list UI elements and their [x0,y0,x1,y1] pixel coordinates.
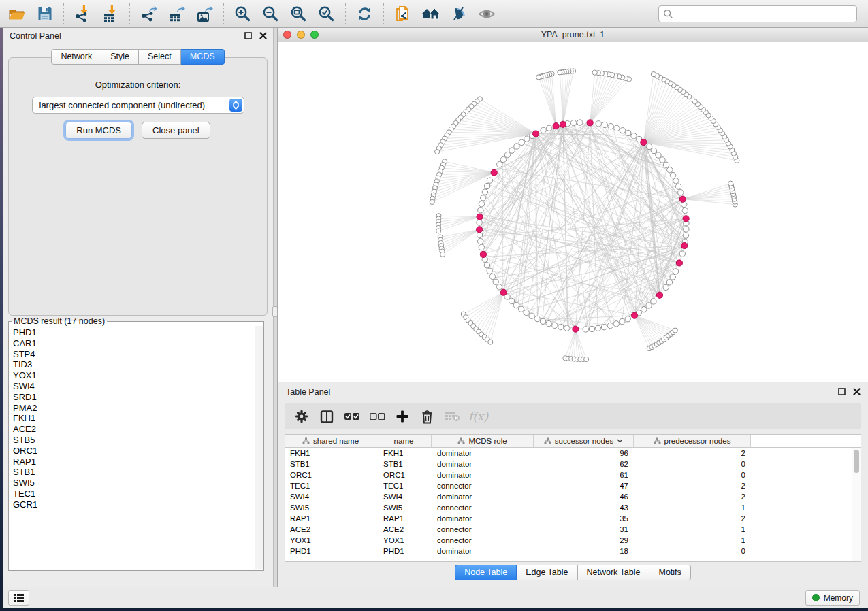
cell-mcds-role[interactable]: dominator [432,513,534,524]
column-header-shared-name[interactable]: shared name [285,435,376,448]
mcds-result-scrollbar[interactable] [255,326,263,569]
cell-name[interactable]: TEC1 [376,480,432,491]
tab-motifs[interactable]: Motifs [649,565,690,580]
cell-name[interactable]: ACE2 [376,524,432,535]
table-row[interactable]: ORC1ORC1dominator610 [285,469,852,480]
mcds-result-item[interactable]: STB1 [10,467,254,478]
cell-mcds-role[interactable]: dominator [432,546,534,557]
cell-name[interactable]: ORC1 [376,469,432,480]
mcds-result-item[interactable]: SRD1 [10,392,254,403]
cell-shared-name[interactable]: TEC1 [285,480,376,491]
cell-mcds-role[interactable]: dominator [432,448,534,459]
cell-predecessor-nodes[interactable]: 1 [634,502,751,513]
window-close-icon[interactable] [283,31,291,39]
cell-predecessor-nodes[interactable]: 0 [634,546,751,557]
zoom-out-button[interactable] [257,1,285,26]
optimization-criterion-select[interactable]: largest connected component (undirected) [32,97,244,114]
table-row[interactable]: TEC1TEC1connector472 [285,480,852,491]
cell-successor-nodes[interactable]: 61 [534,469,634,480]
cell-name[interactable]: RAP1 [376,513,432,524]
share-document-button[interactable] [389,1,417,26]
window-zoom-icon[interactable] [310,31,319,39]
import-network-button[interactable] [69,1,97,26]
delete-column-button[interactable] [415,406,440,427]
cell-predecessor-nodes[interactable]: 2 [634,448,751,459]
float-table-panel-icon[interactable] [837,387,846,396]
cell-name[interactable]: STB1 [376,459,432,469]
cell-mcds-role[interactable]: connector [432,535,534,546]
cell-shared-name[interactable]: RAP1 [285,513,376,524]
delete-table-button[interactable] [440,406,465,427]
select-all-button[interactable] [339,406,364,427]
export-table-button[interactable] [163,1,191,26]
mcds-result-item[interactable]: YOX1 [10,370,254,381]
cell-mcds-role[interactable]: connector [432,524,534,535]
mcds-result-item[interactable]: PHD1 [10,327,254,338]
refresh-button[interactable] [351,1,379,26]
cell-successor-nodes[interactable]: 18 [534,546,634,557]
cell-predecessor-nodes[interactable]: 0 [634,469,751,480]
table-row[interactable]: FKH1FKH1dominator962 [285,448,852,459]
show-task-history-button[interactable] [8,590,29,606]
table-row[interactable]: RAP1RAP1dominator352 [285,513,852,524]
cell-predecessor-nodes[interactable]: 2 [634,513,751,524]
tab-select[interactable]: Select [139,49,181,65]
tab-node-table[interactable]: Node Table [455,565,517,580]
close-table-panel-icon[interactable] [852,387,861,396]
cell-mcds-role[interactable]: connector [432,502,534,513]
table-row[interactable]: STB1STB1dominator620 [285,459,852,469]
mcds-result-item[interactable]: RAP1 [10,457,254,467]
tab-mcds[interactable]: MCDS [181,49,225,65]
tab-network[interactable]: Network [51,49,101,65]
zoom-in-button[interactable] [229,1,257,26]
cell-shared-name[interactable]: SWI5 [285,502,376,513]
import-table-button[interactable] [97,1,125,26]
table-row[interactable]: PHD1PHD1dominator180 [285,546,852,557]
cell-mcds-role[interactable]: dominator [432,491,534,502]
network-home-button[interactable] [417,1,445,26]
mcds-result-item[interactable]: STB5 [10,435,254,446]
column-header-successor-nodes[interactable]: successor nodes [534,435,634,448]
export-image-button[interactable] [191,1,219,26]
zoom-fit-button[interactable] [285,1,312,26]
cell-shared-name[interactable]: SWI4 [285,491,376,502]
open-file-button[interactable] [3,1,31,26]
cell-predecessor-nodes[interactable]: 2 [634,480,751,491]
mcds-result-item[interactable]: TEC1 [10,489,254,499]
cell-mcds-role[interactable]: dominator [432,469,534,480]
cell-successor-nodes[interactable]: 96 [534,448,634,459]
mcds-result-item[interactable]: SWI4 [10,381,254,392]
run-mcds-button[interactable]: Run MCDS [65,122,132,139]
cell-shared-name[interactable]: YOX1 [285,535,376,546]
cell-successor-nodes[interactable]: 46 [534,491,634,502]
mcds-result-item[interactable]: TID3 [10,359,254,370]
zoom-selected-button[interactable] [312,1,340,26]
close-panel-icon[interactable] [259,31,268,40]
mcds-result-item[interactable]: SWI5 [10,478,254,489]
cell-successor-nodes[interactable]: 43 [534,502,634,513]
cell-successor-nodes[interactable]: 47 [534,480,634,491]
cell-mcds-role[interactable]: connector [432,480,534,491]
cell-shared-name[interactable]: ACE2 [285,524,376,535]
mcds-result-item[interactable]: ORC1 [10,446,254,457]
close-panel-button[interactable]: Close panel [142,122,210,139]
table-row[interactable]: SWI5SWI5connector431 [285,502,852,513]
table-scrollbar[interactable] [852,448,861,561]
window-minimize-icon[interactable] [297,31,305,39]
cell-predecessor-nodes[interactable]: 1 [634,535,751,546]
mcds-result-item[interactable]: ACE2 [10,424,254,435]
cell-successor-nodes[interactable]: 62 [534,459,634,469]
cell-mcds-role[interactable]: dominator [432,459,534,469]
tab-edge-table[interactable]: Edge Table [517,565,577,580]
cell-name[interactable]: SWI4 [376,491,432,502]
table-row[interactable]: YOX1YOX1connector291 [285,535,852,546]
table-settings-button[interactable] [289,406,314,427]
table-row[interactable]: ACE2ACE2connector311 [285,524,852,535]
cell-name[interactable]: PHD1 [376,546,432,557]
cell-successor-nodes[interactable]: 31 [534,524,634,535]
cell-shared-name[interactable]: ORC1 [285,469,376,480]
show-hide-button[interactable] [472,1,500,26]
cell-shared-name[interactable]: STB1 [285,459,376,469]
table-row[interactable]: SWI4SWI4dominator462 [285,491,852,502]
export-network-button[interactable] [135,1,163,26]
